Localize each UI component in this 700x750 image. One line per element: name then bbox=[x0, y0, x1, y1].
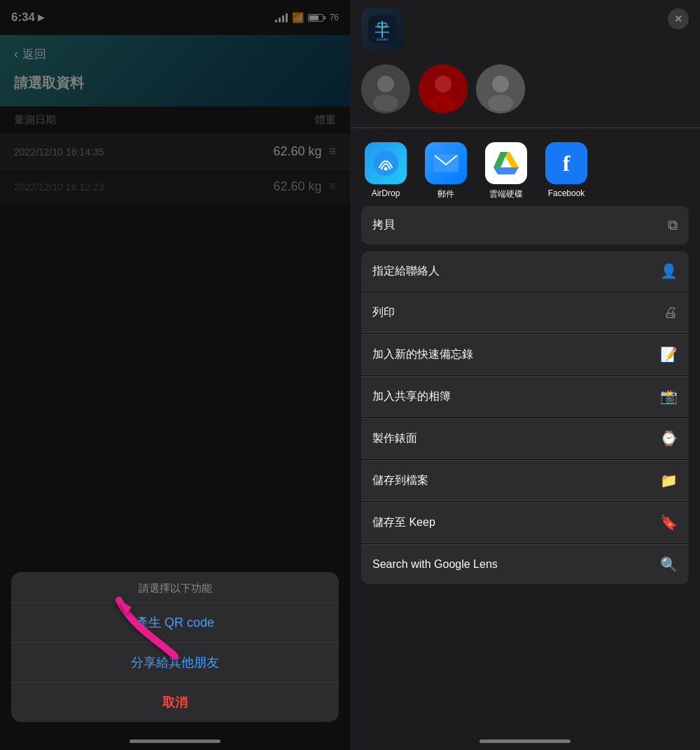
svg-point-11 bbox=[492, 76, 509, 92]
svg-point-5 bbox=[377, 76, 394, 92]
print-action[interactable]: 列印 🖨 bbox=[361, 293, 689, 333]
print-label: 列印 bbox=[372, 305, 658, 320]
airdrop-icon bbox=[365, 142, 407, 184]
bookmark-icon: 🔖 bbox=[660, 514, 678, 531]
contact-avatar[interactable] bbox=[419, 64, 468, 113]
contact-avatar[interactable] bbox=[361, 64, 410, 113]
album-icon: 📸 bbox=[660, 388, 678, 405]
mail-share-item[interactable]: 郵件 bbox=[421, 142, 470, 200]
copy-action[interactable]: 拷貝 ⧉ bbox=[361, 206, 689, 244]
folder-icon: 📁 bbox=[660, 472, 678, 489]
left-phone-screen: 6:34 ▶ 📶 76 ‹ 返回 請選取資料 bbox=[0, 0, 350, 750]
google-lens-action[interactable]: Search with Google Lens 🔍 bbox=[361, 544, 689, 584]
svg-point-8 bbox=[435, 76, 451, 92]
watch-icon: ⌚ bbox=[660, 430, 678, 447]
memo-icon: 📝 bbox=[660, 346, 678, 363]
copy-label: 拷貝 bbox=[372, 218, 662, 232]
svg-point-6 bbox=[373, 95, 398, 111]
drive-label: 雲端硬碟 bbox=[489, 188, 523, 200]
airdrop-label: AirDrop bbox=[372, 188, 400, 198]
copy-group: 拷貝 ⧉ bbox=[361, 206, 689, 244]
copy-icon: ⧉ bbox=[668, 217, 678, 233]
album-action[interactable]: 加入共享的相簿 📸 bbox=[361, 376, 689, 417]
divider bbox=[350, 127, 700, 128]
close-icon: ✕ bbox=[674, 13, 682, 25]
memo-label: 加入新的快速備忘錄 bbox=[372, 347, 654, 362]
svg-marker-17 bbox=[493, 152, 507, 167]
share-apps-row: AirDrop 郵件 bbox=[350, 131, 700, 206]
contacts-row bbox=[350, 59, 700, 125]
contact-action[interactable]: 指定給聯絡人 👤 bbox=[361, 251, 689, 291]
person-icon: 👤 bbox=[660, 263, 678, 279]
drive-icon bbox=[485, 142, 527, 184]
home-indicator bbox=[130, 739, 220, 743]
album-label: 加入共享的相簿 bbox=[372, 389, 654, 404]
action-sheet: 請選擇以下功能 產生 QR code 分享給其他朋友 取消 bbox=[11, 572, 339, 722]
svg-point-9 bbox=[430, 95, 456, 111]
keep-label: 儲存至 Keep bbox=[372, 515, 654, 530]
share-sheet: charder ✕ bbox=[350, 0, 700, 750]
facebook-share-item[interactable]: f Facebook bbox=[542, 142, 591, 200]
charder-app-icon: charder bbox=[361, 8, 403, 50]
contact-avatar[interactable] bbox=[476, 64, 525, 113]
svg-marker-18 bbox=[493, 167, 519, 174]
right-home-indicator bbox=[479, 739, 570, 743]
facebook-label: Facebook bbox=[548, 188, 585, 198]
svg-point-14 bbox=[384, 167, 388, 171]
action-sheet-title: 請選擇以下功能 bbox=[11, 572, 339, 603]
mail-label: 郵件 bbox=[438, 188, 454, 200]
share-header: charder ✕ bbox=[350, 0, 700, 59]
google-lens-label: Search with Google Lens bbox=[372, 558, 654, 571]
action-sheet-overlay: 請選擇以下功能 產生 QR code 分享給其他朋友 取消 bbox=[0, 0, 350, 750]
airdrop-share-item[interactable]: AirDrop bbox=[361, 142, 410, 200]
facebook-icon: f bbox=[545, 142, 587, 184]
svg-point-12 bbox=[488, 95, 513, 111]
close-button[interactable]: ✕ bbox=[668, 8, 689, 29]
qr-code-action[interactable]: 產生 QR code bbox=[11, 603, 339, 643]
svg-text:charder: charder bbox=[377, 37, 388, 41]
cancel-action[interactable]: 取消 bbox=[11, 683, 339, 722]
action-list: 拷貝 ⧉ 指定給聯絡人 👤 列印 🖨 加入新的快速備忘錄 📝 bbox=[350, 206, 700, 750]
watch-action[interactable]: 製作錶面 ⌚ bbox=[361, 418, 689, 459]
drive-share-item[interactable]: 雲端硬碟 bbox=[482, 142, 531, 200]
keep-action[interactable]: 儲存至 Keep 🔖 bbox=[361, 502, 689, 543]
mail-icon bbox=[425, 142, 467, 184]
right-phone-screen: 6:42 ▶ 📶 76 bbox=[350, 0, 700, 750]
watch-label: 製作錶面 bbox=[372, 431, 654, 446]
print-icon: 🖨 bbox=[664, 305, 678, 321]
memo-action[interactable]: 加入新的快速備忘錄 📝 bbox=[361, 334, 689, 375]
contact-label: 指定給聯絡人 bbox=[372, 264, 654, 279]
files-label: 儲存到檔案 bbox=[372, 473, 654, 488]
search-icon: 🔍 bbox=[660, 556, 678, 573]
files-action[interactable]: 儲存到檔案 📁 bbox=[361, 460, 689, 501]
share-action[interactable]: 分享給其他朋友 bbox=[11, 643, 339, 683]
main-action-group: 指定給聯絡人 👤 列印 🖨 加入新的快速備忘錄 📝 加入共享的相簿 📸 製作錶面 bbox=[361, 251, 689, 584]
